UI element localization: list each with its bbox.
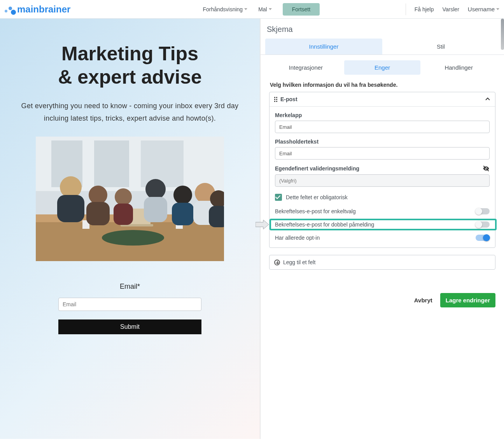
- svg-marker-27: [256, 220, 269, 229]
- svg-point-16: [115, 188, 132, 205]
- svg-rect-3: [94, 140, 129, 187]
- svg-rect-21: [172, 203, 194, 225]
- nav-template[interactable]: Mal: [258, 6, 272, 12]
- subtab-actions[interactable]: Handlinger: [420, 60, 497, 75]
- highlighted-double-optin: Bekreftelses-e-post for dobbel påmelding: [270, 219, 495, 230]
- caret-down-icon: [496, 8, 499, 10]
- toggle-already-optin: Har allerede opt-in: [275, 232, 490, 244]
- switch-double-optin[interactable]: [476, 221, 490, 228]
- separator: [406, 4, 406, 15]
- caret-down-icon: [244, 8, 247, 10]
- logo[interactable]: mainmainbrainerbrainer: [5, 4, 70, 15]
- caret-down-icon: [269, 8, 272, 10]
- field-card-email: E-post Merkelapp Plassholdertekst Egende…: [269, 92, 495, 248]
- input-merkelapp[interactable]: [275, 121, 490, 133]
- preview-form: Email* Submit: [12, 283, 248, 334]
- preview-email-label: Email*: [12, 283, 248, 291]
- plus-circle-icon: [274, 260, 280, 265]
- cancel-button[interactable]: Avbryt: [414, 297, 432, 304]
- label-validation: Egendefinert valideringsmelding: [275, 165, 490, 172]
- checkbox-required-row[interactable]: Dette feltet er obligatorisk: [275, 194, 490, 201]
- top-nav: mainmainbrainerbrainer Forhåndsvisning M…: [0, 0, 504, 19]
- subtab-integrations[interactable]: Integrasjoner: [268, 60, 344, 75]
- logo-text: mainmainbrainerbrainer: [17, 4, 70, 15]
- card-header[interactable]: E-post: [270, 92, 495, 107]
- card-title: E-post: [280, 96, 298, 102]
- user-menu[interactable]: Username: [468, 6, 499, 12]
- svg-rect-19: [144, 197, 167, 222]
- svg-point-14: [89, 186, 107, 204]
- panel-subtabs: Integrasjoner Enger Handlinger: [261, 55, 504, 75]
- continue-button[interactable]: Fortsett: [283, 3, 320, 16]
- nav-right: Få hjelp Varsler Username: [406, 4, 499, 15]
- drag-handle-icon[interactable]: [274, 97, 277, 102]
- callout-arrow-icon: [256, 220, 269, 229]
- nav-help[interactable]: Få hjelp: [415, 6, 434, 12]
- preview-hero-image: [36, 137, 224, 261]
- nav-alerts[interactable]: Varsler: [442, 6, 459, 12]
- label-merkelapp: Merkelapp: [275, 112, 490, 118]
- switch-single-optin[interactable]: [476, 208, 490, 214]
- svg-point-20: [173, 186, 192, 204]
- input-validation: [275, 174, 490, 187]
- nav-center: Forhåndsvisning Mal Fortsett: [203, 3, 320, 16]
- preview-subtitle: Get everything you need to know - coming…: [12, 100, 248, 125]
- settings-panel: Skjema Innstillinger Stil Integrasjoner …: [260, 19, 504, 439]
- panel-tabs: Innstillinger Stil: [261, 39, 504, 55]
- add-field-button[interactable]: Legg til et felt: [269, 255, 495, 270]
- toggle-single-optin: Bekreftelses-e-post for enkeltvalg: [275, 205, 490, 217]
- svg-rect-17: [114, 204, 133, 225]
- logo-icon: [5, 4, 15, 14]
- svg-rect-13: [57, 195, 84, 222]
- panel-actions: Avbryt Lagre endringer: [261, 270, 504, 307]
- preview-email-input[interactable]: [58, 298, 201, 311]
- toggle-double-optin: Bekreftelses-e-post for dobbel påmelding: [275, 219, 490, 230]
- tab-style[interactable]: Stil: [382, 39, 499, 54]
- preview-submit-button[interactable]: Submit: [58, 319, 201, 334]
- section-description: Velg hvilken informasjon du vil ha fra b…: [261, 75, 504, 92]
- chevron-up-icon[interactable]: [485, 97, 490, 102]
- input-placeholder[interactable]: [275, 147, 490, 160]
- svg-point-18: [145, 179, 166, 199]
- panel-title: Skjema: [261, 19, 504, 39]
- label-placeholder: Plassholdertekst: [275, 139, 490, 145]
- checkbox-label: Dette feltet er obligatorisk: [286, 194, 348, 200]
- eye-off-icon[interactable]: [483, 165, 490, 172]
- tab-settings[interactable]: Innstillinger: [265, 39, 382, 54]
- preview-canvas: Marketing Tips & expert advise Get every…: [0, 19, 260, 439]
- svg-rect-4: [141, 140, 184, 187]
- checkbox-checked-icon[interactable]: [275, 194, 282, 201]
- preview-heading: Marketing Tips & expert advise: [12, 42, 248, 89]
- nav-preview[interactable]: Forhåndsvisning: [203, 6, 247, 12]
- svg-point-11: [102, 230, 164, 246]
- svg-rect-15: [86, 202, 110, 225]
- svg-point-12: [60, 176, 82, 198]
- svg-rect-25: [209, 206, 224, 227]
- subtab-enger[interactable]: Enger: [344, 60, 421, 75]
- switch-already-optin[interactable]: [476, 235, 490, 241]
- save-button[interactable]: Lagre endringer: [440, 293, 495, 307]
